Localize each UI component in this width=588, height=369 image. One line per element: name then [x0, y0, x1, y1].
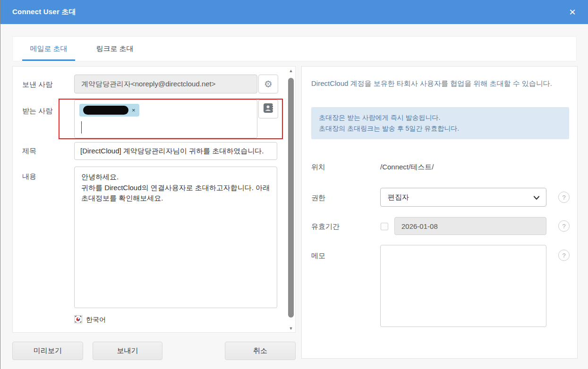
tab-invite-by-mail[interactable]: 메일로 초대: [22, 37, 75, 61]
body-field[interactable]: 안녕하세요. 귀하를 DirectCloud의 연결사용자로 초대하고자합니다.…: [74, 167, 277, 308]
recipient-chip: ×: [79, 104, 139, 117]
validity-checkbox[interactable]: [381, 223, 388, 230]
language-row: 한국어: [74, 315, 106, 325]
form-scrollbar[interactable]: ▲ ▼: [286, 68, 296, 331]
sender-label: 보낸 사람: [22, 80, 52, 89]
validity-date-field: [394, 217, 546, 235]
mail-invite-form: 보낸 사람 ⚙ 받는 사람 × 제목 내용 안녕하세요. 귀하를 DirectC…: [12, 66, 296, 333]
address-book-icon: [263, 103, 273, 115]
subject-label: 제목: [22, 147, 36, 156]
subject-field[interactable]: [74, 142, 277, 160]
gear-icon: ⚙: [264, 79, 273, 89]
recipient-input[interactable]: ×: [74, 100, 257, 138]
dialog-titlebar: Connect User 초대 ✕: [0, 0, 588, 24]
permission-label: 권한: [311, 193, 325, 202]
close-icon[interactable]: ✕: [564, 0, 581, 24]
connect-user-invite-dialog: { "titlebar": { "title": "Connect User 초…: [0, 0, 588, 369]
active-tab-underline: [22, 59, 75, 61]
permission-help-icon[interactable]: ?: [558, 192, 570, 203]
dialog-title: Connect User 초대: [12, 8, 76, 17]
send-button[interactable]: 보내기: [93, 342, 162, 360]
permission-selected-value: 편집자: [388, 193, 409, 202]
scroll-up-icon[interactable]: ▲: [286, 68, 296, 73]
scrollbar-thumb[interactable]: [288, 78, 294, 318]
preview-button[interactable]: 미리보기: [12, 342, 83, 360]
address-book-button[interactable]: [258, 100, 278, 118]
memo-help-icon[interactable]: ?: [558, 250, 570, 261]
recipient-label: 받는 사람: [22, 107, 52, 116]
redacted-email: [83, 106, 128, 115]
validity-label: 유효기간: [311, 222, 340, 231]
sender-settings-button[interactable]: ⚙: [258, 75, 278, 93]
location-value: /Connect/테스트/: [380, 163, 434, 172]
invite-tabs: 메일로 초대 링크로 초대: [12, 36, 577, 61]
permission-select[interactable]: 편집자: [380, 188, 546, 207]
tab-invite-by-link[interactable]: 링크로 초대: [88, 37, 141, 61]
invite-description: DirectCloud 계정을 보유한 타회사 사용자를 협업을 위해 초대할 …: [311, 78, 571, 89]
memo-field[interactable]: [380, 245, 546, 327]
scroll-down-icon[interactable]: ▼: [286, 326, 296, 331]
location-label: 위치: [311, 163, 325, 172]
body-label: 내용: [22, 172, 36, 181]
validity-help-icon[interactable]: ?: [558, 220, 570, 232]
chip-remove-icon[interactable]: ×: [132, 107, 136, 113]
notice-line-1: 초대장은 받는 사람에게 즉시 발송됩니다.: [319, 112, 562, 123]
chevron-down-icon: [533, 194, 540, 202]
memo-label: 메모: [311, 252, 325, 260]
korea-flag-icon: [74, 315, 82, 325]
language-label: 한국어: [86, 316, 106, 324]
notice-line-2: 초대장의 초대링크는 발송 후 5일간 유효합니다.: [319, 123, 562, 134]
invite-notice: 초대장은 받는 사람에게 즉시 발송됩니다. 초대장의 초대링크는 발송 후 5…: [311, 107, 569, 139]
sender-field: [74, 75, 257, 93]
invite-settings-panel: DirectCloud 계정을 보유한 타회사 사용자를 협업을 위해 초대할 …: [301, 66, 578, 359]
cancel-button[interactable]: 취소: [225, 342, 296, 360]
text-cursor: [81, 121, 82, 134]
